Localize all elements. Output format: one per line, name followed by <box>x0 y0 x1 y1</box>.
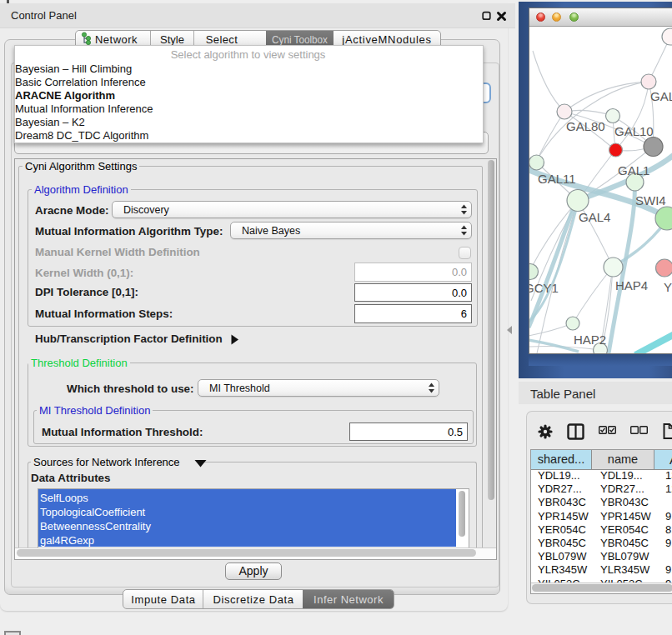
svg-text:HAP4: HAP4 <box>615 278 648 292</box>
svg-text:SWI4: SWI4 <box>635 193 666 208</box>
svg-text:GCY1: GCY1 <box>529 281 559 295</box>
svg-text:GAL1: GAL1 <box>618 163 649 178</box>
svg-text:HAP2: HAP2 <box>574 332 606 347</box>
svg-text:GAL: GAL <box>650 89 672 103</box>
svg-text:GAL4: GAL4 <box>579 210 610 224</box>
svg-text:GAL11: GAL11 <box>538 172 576 186</box>
svg-text:GAL80: GAL80 <box>566 119 605 133</box>
svg-text:GAL10: GAL10 <box>614 124 654 138</box>
svg-text:Y: Y <box>664 280 672 294</box>
